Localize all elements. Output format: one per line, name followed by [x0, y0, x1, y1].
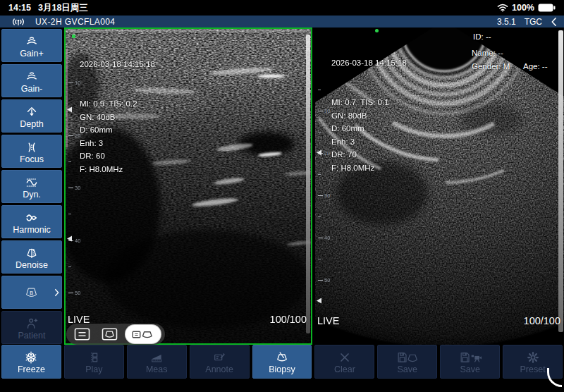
play-icon	[87, 348, 101, 365]
focus-button[interactable]: Focus	[1, 135, 62, 168]
harmonic-label: Harmonic	[13, 225, 51, 235]
frame-counter-right: 100/100	[524, 315, 560, 326]
param-line: DR: 60	[80, 149, 155, 163]
patient-label: Patient	[18, 331, 46, 341]
save-video-button[interactable]: Save	[440, 345, 500, 379]
annote-icon	[212, 348, 226, 365]
b-mode-button[interactable]: B	[1, 276, 62, 309]
save-video-label: Save	[460, 365, 480, 375]
param-line: F: H8.0MHz	[80, 163, 155, 176]
save-video-icon	[458, 348, 482, 365]
param-line: F: H8.0MHz	[331, 161, 407, 175]
dyn-icon	[25, 173, 39, 190]
frame-counter-left: 100/100	[270, 314, 307, 325]
param-line: GN: 80dB	[331, 109, 407, 123]
battery-percent: 100%	[512, 3, 534, 13]
status-time: 14:15	[8, 3, 31, 13]
timestamp: 2026-03-18 14:15:18	[80, 58, 155, 71]
image-stage: 1020304050 2026-03-18 14:15:18 MI: 0.9 T…	[63, 27, 564, 345]
b-image-panel-right[interactable]: 1020304050 2026-03-18 14:15:18 MI: 0.7 T…	[315, 27, 564, 345]
b-image-panel-left[interactable]: 1020304050 2026-03-18 14:15:18 MI: 0.9 T…	[64, 27, 312, 345]
harmonic-button[interactable]: Harmonic	[1, 205, 62, 238]
gain-plus-button[interactable]: Gain+	[1, 29, 62, 62]
param-line: D: 60mm	[331, 122, 407, 135]
patient-gender: Gender: M	[472, 62, 510, 71]
preset-label: Preset	[520, 365, 546, 375]
depth-label: Depth	[20, 119, 43, 130]
focus-label: Focus	[20, 154, 44, 165]
save-image-label: Save	[398, 365, 418, 375]
param-line: Enh: 3	[80, 137, 155, 150]
harmonic-icon	[25, 209, 39, 225]
play-label: Play	[85, 365, 102, 375]
biopsy-button[interactable]: Biopsy	[252, 345, 312, 379]
meas-icon	[149, 348, 164, 365]
denoise-icon	[25, 244, 39, 260]
patient-button[interactable]: Patient	[1, 311, 62, 344]
view-convex-button[interactable]	[98, 326, 121, 343]
sidebar: Gain+Gain-DepthFocusDyn.HarmonicDenoiseB…	[0, 27, 63, 345]
biopsy-label: Biopsy	[269, 365, 295, 375]
play-button[interactable]: Play	[64, 345, 124, 379]
preset-icon	[526, 348, 540, 365]
save-image-button[interactable]: Save	[377, 345, 437, 379]
freeze-label: Freeze	[18, 365, 45, 375]
bottom-toolbar: FreezePlayMeasAnnoteBiopsyClearSaveSaveP…	[0, 345, 564, 379]
expand-chevron-icon	[54, 288, 59, 297]
param-line: MI: 0.7 TIS: 0.1	[331, 96, 407, 109]
clear-icon	[338, 348, 352, 365]
freeze-icon	[24, 348, 38, 365]
denoise-label: Denoise	[16, 260, 48, 271]
patient-icon	[25, 314, 39, 331]
b-fan-icon: B	[23, 284, 39, 300]
status-date: 3月18日周三	[38, 2, 88, 14]
battery-icon	[538, 4, 556, 12]
param-line: MI: 0.9 TIS: 0.2	[80, 97, 155, 111]
param-line: Enh: 3	[331, 135, 407, 149]
clear-button[interactable]: Clear	[314, 345, 374, 379]
patient-id: ID: --	[473, 32, 491, 41]
corner-arc-decoration	[547, 368, 562, 387]
param-line: DR: 70	[331, 148, 407, 161]
patient-name: Name: --	[472, 49, 503, 57]
image-params-left: 2026-03-18 14:15:18 MI: 0.9 TIS: 0.2GN: …	[80, 32, 155, 137]
gain-plus-label: Gain+	[20, 49, 44, 59]
status-bar: 14:15 3月18日周三 100%	[0, 0, 564, 16]
annote-label: Annote	[205, 365, 233, 375]
probe-signal-icon	[10, 16, 27, 27]
meas-button[interactable]: Meas	[127, 345, 187, 379]
gain-plus-icon	[25, 32, 39, 49]
annote-button[interactable]: Annote	[190, 345, 250, 379]
app-header: UX-2H GVCFLA004 3.5.1 TGC	[0, 16, 564, 27]
svg-text:B: B	[30, 290, 33, 296]
freeze-button[interactable]: Freeze	[1, 345, 61, 379]
param-line: GN: 40dB	[80, 111, 155, 124]
view-layout-switcher	[66, 324, 165, 345]
live-status-right: LIVE	[317, 315, 339, 326]
tgc-collapse-chevron-icon[interactable]	[551, 17, 557, 27]
param-line: D: 60mm	[80, 123, 155, 137]
timestamp: 2026-03-18 14:15:18	[331, 56, 407, 70]
gain-minus-label: Gain-	[21, 84, 43, 94]
wifi-icon	[497, 4, 508, 12]
gain-minus-button[interactable]: Gain-	[1, 64, 62, 97]
live-indicator-dot-left	[72, 35, 75, 38]
dyn-label: Dyn.	[23, 190, 41, 200]
focus-icon	[25, 138, 39, 154]
save-image-icon	[396, 348, 419, 365]
biopsy-icon	[275, 348, 289, 365]
image-params-right: 2026-03-18 14:15:18 MI: 0.7 TIS: 0.1GN: …	[331, 30, 407, 135]
tgc-label[interactable]: TGC	[525, 17, 542, 27]
depth-button[interactable]: Depth	[1, 99, 62, 133]
clear-label: Clear	[334, 365, 355, 375]
dyn-button[interactable]: Dyn.	[1, 170, 62, 203]
patient-age: Age: --	[523, 62, 548, 71]
software-version: 3.5.1	[497, 17, 516, 27]
denoise-button[interactable]: Denoise	[1, 240, 62, 274]
meas-label: Meas	[146, 365, 168, 375]
depth-icon	[25, 103, 39, 119]
view-linear-button[interactable]	[70, 326, 94, 343]
device-title: UX-2H GVCFLA004	[35, 17, 115, 27]
view-dual-button[interactable]	[125, 325, 161, 343]
gain-minus-icon	[25, 68, 39, 84]
